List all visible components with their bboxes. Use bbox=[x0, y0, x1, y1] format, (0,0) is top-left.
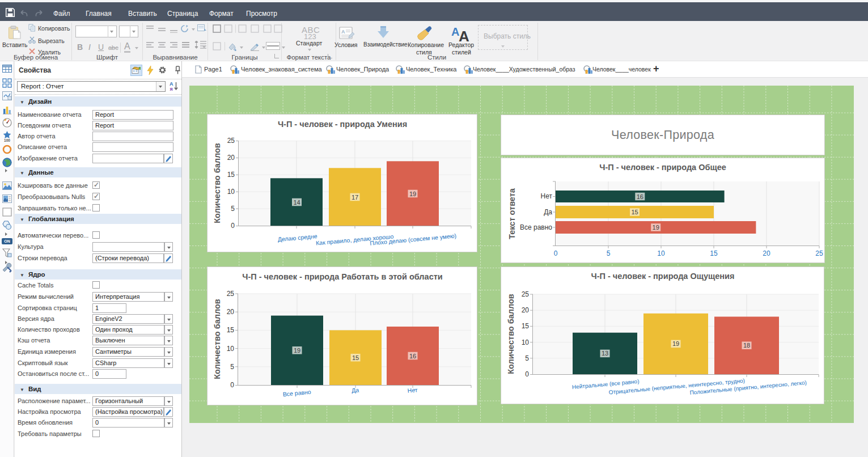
svg-text:0: 0 bbox=[554, 249, 558, 257]
svg-text:19: 19 bbox=[653, 224, 659, 231]
svg-text:15: 15 bbox=[227, 171, 235, 179]
svg-text:0: 0 bbox=[230, 381, 234, 389]
svg-text:20: 20 bbox=[522, 306, 530, 314]
svg-text:20: 20 bbox=[227, 308, 235, 316]
svg-text:Количество баллов: Количество баллов bbox=[213, 143, 222, 223]
svg-text:14: 14 bbox=[293, 199, 300, 206]
svg-text:0: 0 bbox=[231, 222, 235, 230]
svg-text:Ч-П - человек - природа Общее: Ч-П - человек - природа Общее bbox=[599, 163, 726, 172]
svg-text:A: A bbox=[459, 28, 469, 43]
svg-text:15: 15 bbox=[352, 354, 359, 361]
svg-text:20: 20 bbox=[227, 154, 235, 162]
svg-text:15: 15 bbox=[631, 209, 638, 215]
svg-text:я: я bbox=[170, 86, 173, 91]
svg-text:Все равно: Все равно bbox=[282, 388, 311, 397]
svg-text:15: 15 bbox=[710, 249, 718, 257]
svg-text:25: 25 bbox=[227, 137, 235, 145]
svg-text:5: 5 bbox=[525, 354, 529, 362]
svg-text:25: 25 bbox=[227, 290, 235, 298]
svg-text:18: 18 bbox=[743, 342, 750, 349]
svg-text:20: 20 bbox=[763, 249, 770, 257]
svg-text:Нет: Нет bbox=[407, 386, 418, 394]
svg-text:13: 13 bbox=[602, 350, 608, 357]
svg-text:Ч-П - человек - природа Работа: Ч-П - человек - природа Работать в этой … bbox=[242, 272, 442, 281]
svg-text:5: 5 bbox=[607, 249, 611, 257]
svg-text:100: 100 bbox=[4, 138, 10, 142]
svg-text:Ч-П - человек - природа Умения: Ч-П - человек - природа Умения bbox=[278, 120, 407, 129]
svg-text:15: 15 bbox=[522, 322, 530, 330]
svg-text:Все равно: Все равно bbox=[520, 223, 552, 231]
svg-text:19: 19 bbox=[294, 347, 300, 354]
svg-text:10: 10 bbox=[227, 345, 235, 353]
svg-text:10: 10 bbox=[522, 338, 530, 346]
svg-text:16: 16 bbox=[637, 193, 643, 200]
svg-text:25: 25 bbox=[522, 290, 530, 298]
svg-text:Ч-П - человек - природа Ощущен: Ч-П - человек - природа Ощущения bbox=[591, 272, 735, 281]
svg-text:10: 10 bbox=[657, 249, 665, 257]
svg-text:17: 17 bbox=[352, 194, 358, 201]
svg-text:25: 25 bbox=[815, 249, 823, 257]
svg-text:Количество баллов: Количество баллов bbox=[213, 299, 222, 379]
svg-text:16: 16 bbox=[409, 353, 416, 359]
svg-text:15: 15 bbox=[227, 326, 235, 334]
svg-text:A: A bbox=[341, 29, 345, 35]
svg-text:5: 5 bbox=[231, 205, 235, 213]
svg-text:Да: Да bbox=[352, 386, 359, 393]
svg-text:Нет: Нет bbox=[541, 192, 553, 200]
svg-text:10: 10 bbox=[227, 188, 235, 196]
svg-text:Текст ответа: Текст ответа bbox=[507, 188, 516, 239]
svg-text:19: 19 bbox=[409, 191, 416, 197]
svg-text:19: 19 bbox=[672, 340, 679, 347]
svg-text:Делаю средне: Делаю средне bbox=[277, 232, 317, 243]
svg-text:5: 5 bbox=[230, 363, 234, 371]
svg-text:0: 0 bbox=[525, 370, 529, 378]
svg-text:Да: Да bbox=[544, 208, 552, 216]
svg-text:Количество баллов: Количество баллов bbox=[506, 294, 515, 374]
